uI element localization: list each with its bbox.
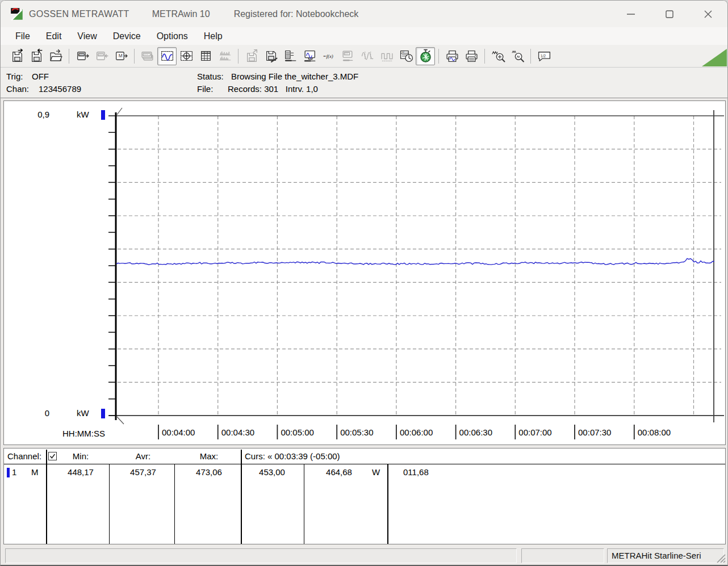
display-config-button[interactable] <box>300 47 319 65</box>
cell-min: 448,17 <box>58 467 103 477</box>
measurement-table: Channel: Min: Avr: Max: Curs: « 00:03:39… <box>3 448 726 544</box>
chan-value: 123456789 <box>39 84 81 94</box>
menu-item-help[interactable]: Help <box>196 28 231 45</box>
device-config-button: 321 <box>338 47 358 65</box>
cell-cursor-b: 464,68 <box>316 467 362 477</box>
device321-in-icon: 321 <box>95 49 109 63</box>
calclock-icon: 12 <box>399 49 413 63</box>
zoom-out-button[interactable] <box>508 47 527 65</box>
pulse-icon <box>380 49 394 63</box>
statusbar-device-panel: METRAHit Starline-Seri <box>607 548 724 563</box>
chart-view-button[interactable] <box>157 47 177 65</box>
resize-grip[interactable] <box>716 554 726 564</box>
save-config-button[interactable] <box>261 47 281 65</box>
list-tool-icon <box>283 49 298 63</box>
table-divider <box>241 450 242 544</box>
cell-unit: W <box>372 467 380 477</box>
printer-icon <box>465 49 479 63</box>
status-value: Browsing File the_witcher_3.MDF <box>231 72 358 81</box>
close-button[interactable] <box>689 1 727 27</box>
save-export-button[interactable] <box>7 47 27 65</box>
status-label: Status: <box>197 72 224 81</box>
menu-item-options[interactable]: Options <box>149 28 196 45</box>
col-header-max: Max: <box>186 451 232 461</box>
x-tick-label: 00:07:00 <box>518 427 566 438</box>
table-divider <box>304 464 304 544</box>
cell-delta: 011,68 <box>403 467 429 477</box>
cell-channel-mode: M <box>31 467 39 477</box>
status-strip: Trig: OFF Chan: 123456789 Status: Browsi… <box>1 68 727 98</box>
toolbar-corner-triangle <box>702 49 727 66</box>
cell-max: 473,06 <box>186 467 232 477</box>
export-data-button <box>242 47 261 65</box>
open-file-button[interactable] <box>46 47 65 65</box>
device321-out-icon: 321 <box>76 49 90 63</box>
annotation-button[interactable]: 1/2 <box>534 47 554 65</box>
file-label: File: <box>197 84 213 94</box>
toolbar-separator <box>484 49 485 64</box>
print-button[interactable] <box>462 47 481 65</box>
y-axis-top-unit: kW <box>77 110 89 119</box>
scope-view-button[interactable] <box>177 47 196 65</box>
table-divider <box>387 464 388 544</box>
pulse-trigger-button <box>377 47 396 65</box>
floppy-in-icon <box>30 49 44 63</box>
toolbar: 321321M1257=f(x)321121/2 <box>1 45 727 68</box>
floppy-out-icon <box>10 49 24 63</box>
device-name: METRAHit Starline-Seri <box>612 551 701 560</box>
x-tick-label: 00:07:30 <box>578 427 626 438</box>
toolbar-separator <box>238 49 239 64</box>
chart-plot[interactable] <box>4 101 725 445</box>
toolbar-separator <box>134 49 135 64</box>
minimize-icon <box>626 9 636 19</box>
channel-visibility-checkbox[interactable] <box>48 452 57 460</box>
write-device-321-button: 321 <box>92 47 111 65</box>
channel-config-button[interactable] <box>281 47 300 65</box>
read-memory-button[interactable]: M <box>111 47 131 65</box>
channel1-color-marker-top <box>101 110 105 120</box>
table-view-button[interactable] <box>196 47 215 65</box>
menu-item-file[interactable]: File <box>7 28 38 45</box>
crosshair-icon <box>179 49 194 63</box>
zoom-in-button[interactable] <box>488 47 508 65</box>
window-controls <box>612 1 727 27</box>
status-bar: METRAHit Starline-Seri <box>1 547 727 565</box>
zoom-in-icon <box>491 49 505 63</box>
save-import-button[interactable] <box>27 47 46 65</box>
date-time-button[interactable]: 12 <box>396 47 416 65</box>
zoom-out-icon <box>511 49 525 63</box>
read-device-321-button[interactable]: 321 <box>73 47 92 65</box>
y-axis-bottom-value: 0 <box>27 408 49 418</box>
title-bar: GOSSEN METRAWATT METRAwin 10 Registered … <box>1 1 727 27</box>
maximize-button[interactable] <box>650 1 689 27</box>
x-tick-label: 00:06:00 <box>400 427 447 438</box>
minimize-button[interactable] <box>612 1 650 27</box>
trig-value: OFF <box>32 72 49 81</box>
menu-item-edit[interactable]: Edit <box>38 28 70 45</box>
toolbar-separator <box>438 49 439 64</box>
power-trace <box>116 258 714 265</box>
cell-avr: 457,37 <box>120 467 166 477</box>
x-tick-label: 00:08:00 <box>638 427 685 438</box>
file-value: Records: 301 Intrv. 1,0 <box>228 84 318 94</box>
print-preview-button[interactable] <box>442 47 462 65</box>
menu-item-view[interactable]: View <box>69 28 104 45</box>
sine-icon <box>361 49 375 63</box>
formula-button[interactable]: =f(x) <box>319 47 338 65</box>
chart-panel: 0,9 kW 0 kW HH:MM:SS 00:04:0000:04:3000:… <box>3 100 726 445</box>
table-icon <box>199 49 213 63</box>
table-header-divider <box>4 464 725 464</box>
floppy-tool-icon <box>264 49 278 63</box>
interval-timer-button[interactable] <box>416 47 435 65</box>
statusbar-info-panel <box>521 548 604 563</box>
menu-item-device[interactable]: Device <box>105 28 149 45</box>
col-header-avr: Avr: <box>120 451 166 461</box>
analog-trigger-button <box>358 47 377 65</box>
histogram-view-button <box>215 47 235 65</box>
app-logo-icon <box>10 7 24 22</box>
y-axis-top-value: 0,9 <box>27 110 49 119</box>
col-header-cursor: Curs: « 00:03:39 (-05:00) <box>245 451 340 461</box>
title-brand: GOSSEN METRAWATT <box>29 9 129 19</box>
title-registered: Registered for: Notebookcheck <box>234 9 359 19</box>
trig-label: Trig: <box>6 72 23 81</box>
